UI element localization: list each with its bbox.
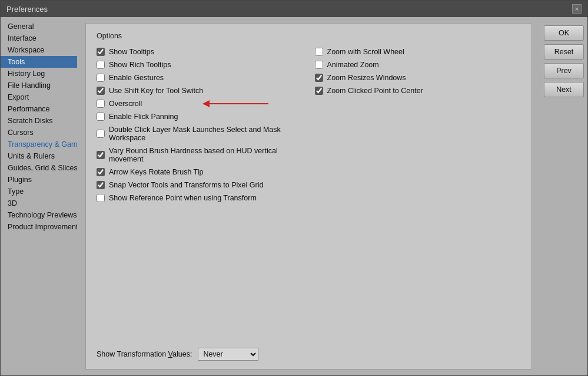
checkbox-row-left-10: Show Reference Point when using Transfor… [97, 192, 303, 204]
checkbox-label-left-6[interactable]: Double Click Layer Mask Launches Select … [109, 126, 303, 142]
checkbox-left-2[interactable] [97, 74, 105, 82]
left-options-col: Show TooltipsShow Rich TooltipsEnable Ge… [97, 46, 303, 339]
sidebar-item-interface[interactable]: Interface [1, 32, 77, 44]
checkbox-row-right-2: Zoom Resizes Windows [315, 72, 521, 84]
sidebar-item-tools[interactable]: Tools [1, 56, 77, 68]
sidebar-item-performance[interactable]: Performance [1, 103, 77, 115]
checkbox-row-left-2: Enable Gestures [97, 72, 303, 84]
checkbox-label-right-2[interactable]: Zoom Resizes Windows [327, 74, 406, 82]
checkbox-label-left-7[interactable]: Vary Round Brush Hardness based on HUD v… [109, 147, 303, 163]
dialog-body: GeneralInterfaceWorkspaceToolsHistory Lo… [1, 17, 587, 375]
checkbox-label-left-1[interactable]: Show Rich Tooltips [109, 61, 171, 69]
checkbox-label-left-0[interactable]: Show Tooltips [109, 48, 154, 56]
checkbox-row-left-3: Use Shift Key for Tool Switch [97, 85, 303, 97]
checkbox-left-7[interactable] [97, 151, 105, 159]
checkbox-row-left-4: Overscroll [97, 98, 303, 110]
checkbox-label-left-8[interactable]: Arrow Keys Rotate Brush Tip [109, 168, 203, 176]
checkbox-label-left-4[interactable]: Overscroll [109, 100, 142, 108]
preferences-dialog: Preferences × GeneralInterfaceWorkspaceT… [0, 0, 588, 376]
checkbox-left-3[interactable] [97, 87, 105, 95]
sidebar-item-units---rulers[interactable]: Units & Rulers [1, 150, 77, 162]
checkbox-label-left-10[interactable]: Show Reference Point when using Transfor… [109, 194, 257, 202]
checkbox-label-left-9[interactable]: Snap Vector Tools and Transforms to Pixe… [109, 181, 263, 189]
sidebar-item-technology-previews[interactable]: Technology Previews [1, 209, 77, 221]
checkbox-label-left-5[interactable]: Enable Flick Panning [109, 113, 178, 121]
checkbox-left-0[interactable] [97, 48, 105, 56]
options-heading: Options [97, 32, 521, 40]
overscroll-arrow [202, 100, 268, 107]
sidebar-item-cursors[interactable]: Cursors [1, 127, 77, 138]
checkbox-row-left-9: Snap Vector Tools and Transforms to Pixe… [97, 179, 303, 191]
checkbox-row-right-3: Zoom Clicked Point to Center [315, 85, 521, 97]
checkbox-label-right-3[interactable]: Zoom Clicked Point to Center [327, 87, 423, 95]
transform-row: Show Transformation Values: NeverAlwaysT… [97, 348, 521, 361]
sidebar-item-guides--grid---slices[interactable]: Guides, Grid & Slices [1, 162, 77, 174]
checkbox-left-9[interactable] [97, 181, 105, 189]
checkbox-left-5[interactable] [97, 113, 105, 121]
main-area: Options Show TooltipsShow Rich TooltipsE… [77, 17, 540, 375]
checkbox-label-left-2[interactable]: Enable Gestures [109, 74, 164, 82]
sidebar-item-export[interactable]: Export [1, 91, 77, 103]
checkbox-left-4[interactable] [97, 100, 105, 108]
sidebar-item-transparency---gamut[interactable]: Transparency & Gamut [1, 138, 77, 150]
sidebar-item-plugins[interactable]: Plugins [1, 174, 77, 186]
reset-button[interactable]: Reset [544, 44, 584, 60]
checkbox-right-1[interactable] [315, 61, 323, 69]
sidebar-item-product-improvement[interactable]: Product Improvement [1, 221, 77, 233]
checkbox-row-left-1: Show Rich Tooltips [97, 59, 303, 71]
dialog-title: Preferences [6, 5, 48, 14]
checkbox-label-left-3[interactable]: Use Shift Key for Tool Switch [109, 87, 203, 95]
checkbox-row-left-6: Double Click Layer Mask Launches Select … [97, 124, 303, 144]
checkbox-row-left-0: Show Tooltips [97, 46, 303, 58]
sidebar-item-general[interactable]: General [1, 21, 77, 32]
checkbox-right-0[interactable] [315, 48, 323, 56]
checkbox-left-6[interactable] [97, 130, 105, 138]
sidebar-item-history-log[interactable]: History Log [1, 68, 77, 80]
options-grid: Show TooltipsShow Rich TooltipsEnable Ge… [97, 46, 521, 339]
checkbox-right-3[interactable] [315, 87, 323, 95]
title-bar: Preferences × [1, 1, 587, 17]
sidebar-item-3d[interactable]: 3D [1, 197, 77, 209]
checkbox-left-10[interactable] [97, 194, 105, 202]
right-options-col: Zoom with Scroll WheelAnimated ZoomZoom … [303, 46, 521, 339]
next-button[interactable]: Next [544, 82, 584, 97]
close-button[interactable]: × [572, 4, 582, 14]
ok-button[interactable]: OK [544, 25, 584, 41]
transform-label: Show Transformation Values: [97, 350, 192, 358]
checkbox-left-8[interactable] [97, 168, 105, 176]
transform-select[interactable]: NeverAlwaysTop LeftTop RightBottom LeftB… [198, 348, 258, 361]
checkbox-right-2[interactable] [315, 74, 323, 82]
checkbox-row-left-8: Arrow Keys Rotate Brush Tip [97, 166, 303, 178]
checkbox-row-left-5: Enable Flick Panning [97, 111, 303, 123]
sidebar-item-file-handling[interactable]: File Handling [1, 80, 77, 91]
checkbox-left-1[interactable] [97, 61, 105, 69]
buttons-panel: OK Reset Prev Next [540, 17, 587, 375]
checkbox-label-right-0[interactable]: Zoom with Scroll Wheel [327, 48, 404, 56]
sidebar-item-workspace[interactable]: Workspace [1, 44, 77, 56]
sidebar-item-scratch-disks[interactable]: Scratch Disks [1, 115, 77, 127]
prev-button[interactable]: Prev [544, 63, 584, 78]
content-panel: Options Show TooltipsShow Rich TooltipsE… [85, 23, 532, 370]
checkbox-row-left-7: Vary Round Brush Hardness based on HUD v… [97, 145, 303, 165]
checkbox-label-right-1[interactable]: Animated Zoom [327, 61, 379, 69]
checkbox-row-right-1: Animated Zoom [315, 59, 521, 71]
checkbox-row-right-0: Zoom with Scroll Wheel [315, 46, 521, 58]
sidebar-item-type[interactable]: Type [1, 186, 77, 197]
sidebar: GeneralInterfaceWorkspaceToolsHistory Lo… [1, 17, 77, 375]
